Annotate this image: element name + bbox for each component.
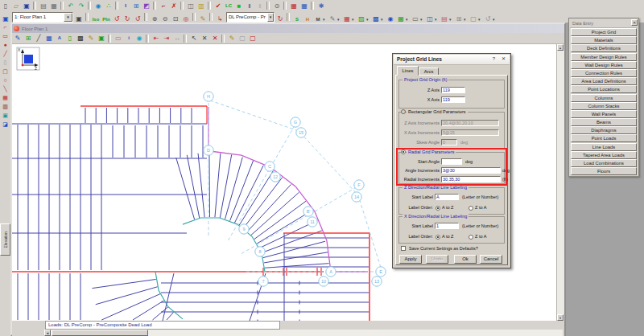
- doc-tool-icon[interactable]: ▯: [65, 34, 75, 43]
- data-entry-point-locations[interactable]: Point Locations: [571, 85, 637, 93]
- redo-icon[interactable]: ↷: [76, 2, 86, 10]
- load-layout-icon[interactable]: ▥: [1, 103, 10, 111]
- datum-tool-icon[interactable]: ⌐: [1, 23, 10, 31]
- slab-edge-icon[interactable]: ╲: [1, 85, 10, 93]
- chevron-down-icon[interactable]: ▾: [267, 13, 274, 22]
- dropdown-arrow-icon[interactable]: ▾: [366, 17, 370, 22]
- cube-icon[interactable]: ◩: [142, 2, 151, 10]
- select-cursor-icon[interactable]: ↖: [189, 34, 199, 43]
- grid-bubble-D[interactable]: D: [204, 145, 213, 155]
- data-entry-tapered-area-loads[interactable]: Tapered Area Loads: [571, 151, 637, 159]
- radial-grid-radio[interactable]: [401, 150, 406, 154]
- dropdown-arrow-icon[interactable]: ▾: [381, 17, 385, 22]
- z-start-input[interactable]: [435, 194, 459, 200]
- save-defaults-checkbox[interactable]: [401, 246, 406, 251]
- save-icon[interactable]: ▣: [22, 2, 31, 10]
- help-icon[interactable]: ?: [490, 55, 497, 63]
- grid-bubble-7[interactable]: 7: [258, 277, 268, 286]
- dropdown-arrow-icon[interactable]: ▾: [449, 17, 453, 22]
- dropdown-arrow-icon[interactable]: ▾: [420, 17, 424, 22]
- data-entry-project-grid[interactable]: Project Grid: [571, 28, 637, 36]
- delete-red-icon[interactable]: ✕: [210, 34, 220, 43]
- dropdown-arrow-icon[interactable]: ▾: [352, 17, 356, 22]
- help-gear-icon[interactable]: ✱: [316, 2, 326, 10]
- x-start-input[interactable]: [435, 223, 459, 229]
- open-folder-icon[interactable]: ▱: [11, 2, 21, 10]
- blank-box-icon[interactable]: ▢: [237, 34, 247, 43]
- radial-increments-input[interactable]: [441, 176, 501, 182]
- lock-tool-icon[interactable]: ◪: [1, 121, 10, 129]
- data-entry-line-loads[interactable]: Line Loads: [571, 143, 637, 151]
- grid-bubble-H[interactable]: H: [204, 92, 213, 101]
- grid-bubble-15[interactable]: 15: [296, 128, 306, 137]
- green-square-icon[interactable]: ■: [234, 2, 244, 10]
- dropdown-arrow-icon[interactable]: ▾: [464, 17, 468, 22]
- grid-bubble-B'[interactable]: B': [303, 207, 313, 216]
- label-tool-icon[interactable]: A: [55, 34, 64, 43]
- z-order-za-radio[interactable]: [469, 206, 473, 211]
- flag-icon[interactable]: ⌐: [159, 2, 168, 10]
- dropdown-arrow-icon[interactable]: ▾: [323, 17, 327, 22]
- fill-tool-icon[interactable]: ▩: [76, 34, 85, 43]
- data-entry-materials[interactable]: Materials: [571, 36, 637, 44]
- brace-layout-icon[interactable]: ╱: [1, 50, 10, 58]
- window-grid-icon[interactable]: ◫: [186, 2, 196, 10]
- grid-bubble-A[interactable]: A: [326, 267, 336, 277]
- x-order-za-radio[interactable]: [469, 235, 473, 240]
- copy-icon[interactable]: ▤: [39, 2, 48, 10]
- table-columns-icon[interactable]: ▥: [196, 2, 206, 10]
- deck-layout-icon[interactable]: ▦: [1, 94, 10, 102]
- data-entry-beams[interactable]: Beams: [571, 118, 637, 126]
- data-entry-member-design-rules[interactable]: Member Design Rules: [571, 53, 637, 61]
- grid-bubble-11[interactable]: 11: [308, 217, 317, 227]
- move-icon[interactable]: ↔: [172, 34, 182, 43]
- undo-icon[interactable]: ↶: [66, 2, 76, 10]
- data-entry-area-load-definitions[interactable]: Area Load Definitions: [571, 77, 637, 85]
- teal-tool-icon[interactable]: ▣: [1, 112, 10, 120]
- delete-x-icon[interactable]: ✗: [169, 2, 179, 10]
- dropdown-arrow-icon[interactable]: ▾: [337, 17, 341, 22]
- cancel-button[interactable]: Cancel: [480, 255, 502, 264]
- chevron-down-icon[interactable]: ▾: [64, 13, 72, 22]
- blue-grid-icon[interactable]: ▦: [299, 2, 309, 10]
- undo-button[interactable]: Undo: [426, 255, 448, 264]
- props-pencil-icon[interactable]: ✎: [227, 34, 237, 43]
- rectangular-grid-radio[interactable]: [401, 109, 406, 114]
- data-entry-point-loads[interactable]: Point Loads: [571, 134, 637, 142]
- start-angle-input[interactable]: [441, 158, 462, 165]
- horizontal-scrollbar[interactable]: ◂: [12, 330, 564, 336]
- data-entry-load-combinations[interactable]: Load Combinations: [571, 159, 637, 167]
- opening-layout-icon[interactable]: ▢: [1, 68, 10, 76]
- close-icon[interactable]: ✕: [500, 55, 507, 63]
- wall-layout-icon[interactable]: ▯: [1, 59, 10, 67]
- data-entry-connection-rules[interactable]: Connection Rules: [571, 69, 637, 77]
- red-box-icon[interactable]: ▢: [248, 34, 258, 43]
- child-window-titlebar[interactable]: Floor Plan 1: [12, 24, 564, 33]
- data-entry-column-stacks[interactable]: Column Stacks: [571, 102, 637, 110]
- scroll-down-icon[interactable]: ▾: [557, 314, 564, 321]
- grid-bubble-C[interactable]: C: [265, 162, 275, 171]
- scroll-up-icon[interactable]: ▴: [557, 44, 564, 51]
- pause-bars-disabled-icon[interactable]: ‖: [255, 2, 265, 10]
- beam-layout-icon[interactable]: ▭: [1, 32, 10, 40]
- eraser-icon[interactable]: ▭: [114, 34, 123, 43]
- grid-bubble-12[interactable]: 12: [270, 172, 280, 182]
- print-icon[interactable]: ▦: [49, 2, 59, 10]
- view-selector[interactable]: 1: Floor Plan 1 ▾: [12, 12, 73, 23]
- people-icon[interactable]: ∴: [104, 2, 114, 10]
- grid-add-icon[interactable]: ⊞: [131, 2, 141, 10]
- stretch-right-icon[interactable]: ⇥: [162, 34, 171, 43]
- data-entry-diaphragms[interactable]: Diaphragms: [571, 126, 637, 134]
- grid-bubble-E[interactable]: E: [376, 267, 386, 277]
- draw-beam-icon[interactable]: ✎: [13, 34, 23, 43]
- data-entry-floors[interactable]: Floors: [571, 167, 637, 175]
- pause-bars-icon[interactable]: ‖: [245, 2, 254, 10]
- target-icon[interactable]: ◉: [134, 34, 144, 43]
- add-grid-icon[interactable]: ⊞: [23, 34, 33, 43]
- green-tool-icon[interactable]: ▣: [97, 34, 106, 43]
- angle-increments-input[interactable]: [441, 167, 501, 174]
- grid-bubble-14[interactable]: 14: [352, 192, 361, 202]
- scroll-left-icon[interactable]: ◂: [44, 330, 51, 336]
- dropdown-arrow-icon[interactable]: ▾: [478, 17, 482, 22]
- data-entry-columns[interactable]: Columns: [571, 94, 637, 102]
